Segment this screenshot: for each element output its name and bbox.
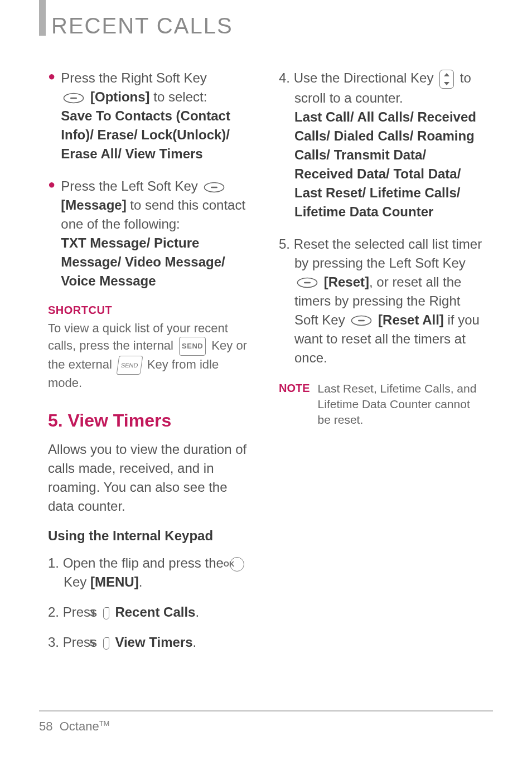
send-key-icon: SEND — [179, 337, 206, 356]
step-1: 1. Open the flip and press the OK Key [M… — [48, 554, 254, 592]
message-line1: Press the Left Soft Key — [61, 178, 201, 193]
message-label: [Message] — [61, 197, 126, 212]
footer-divider — [39, 710, 493, 711]
svg-rect-1 — [70, 97, 77, 99]
right-soft-key-icon — [63, 93, 84, 104]
key-3-icon: 3# — [103, 607, 109, 619]
right-column: 4. Use the Directional Key to scroll to … — [279, 69, 485, 663]
step-3: 3. Press 5% View Timers. — [48, 633, 254, 652]
page-title: RECENT CALLS — [51, 13, 493, 38]
options-label: [Options] — [90, 89, 150, 104]
left-soft-key-icon — [204, 182, 225, 193]
page-footer: 58 OctaneTM — [39, 710, 493, 734]
manual-page: RECENT CALLS ● Press the Right Soft Key … — [0, 0, 532, 765]
options-tail: to select: — [150, 89, 207, 104]
svg-rect-3 — [211, 186, 217, 188]
recent-calls-label: Recent Calls — [115, 604, 195, 619]
section-5-intro: Allows you to view the duration of calls… — [48, 440, 254, 516]
right-soft-key-icon — [351, 315, 372, 326]
step3-c: . — [193, 635, 197, 650]
left-soft-key-icon — [297, 277, 318, 288]
internal-keypad-heading: Using the Internal Keypad — [48, 528, 254, 544]
directional-key-icon — [439, 70, 454, 89]
shortcut-body: To view a quick list of your recent call… — [48, 320, 254, 391]
trademark-symbol: TM — [99, 719, 110, 728]
shortcut-heading: SHORTCUT — [48, 304, 254, 317]
ok-key-icon: OK — [230, 557, 244, 572]
left-column: ● Press the Right Soft Key [Options] to … — [48, 69, 254, 663]
options-line1a: Press the Right Soft Key — [61, 70, 206, 85]
product-name: Octane — [60, 719, 99, 733]
note-label: NOTE — [279, 381, 310, 428]
external-send-key-icon: SEND — [117, 356, 143, 375]
svg-rect-7 — [358, 320, 365, 322]
step1-c: . — [139, 574, 143, 589]
footer-text: 58 OctaneTM — [39, 719, 493, 734]
note-block: NOTE Last Reset, Lifetime Calls, and Lif… — [279, 381, 485, 428]
svg-rect-5 — [304, 282, 311, 284]
step-4: 4. Use the Directional Key to scroll to … — [279, 69, 485, 221]
bullet-options: ● Press the Right Soft Key [Options] to … — [48, 69, 254, 163]
step1-b: Key — [64, 574, 90, 589]
options-list: Save To Contacts (Contact Info)/ Erase/ … — [61, 108, 230, 161]
bullet-dot-icon: ● — [48, 177, 55, 290]
counter-list: Last Call/ All Calls/ Received Calls/ Di… — [294, 109, 476, 219]
bullet-message-text: Press the Left Soft Key [Message] to sen… — [61, 177, 254, 290]
title-accent-bar — [39, 0, 46, 36]
bullet-options-text: Press the Right Soft Key [Options] to se… — [61, 69, 254, 163]
two-column-layout: ● Press the Right Soft Key [Options] to … — [48, 69, 493, 663]
step4-a: 4. Use the Directional Key — [279, 70, 437, 85]
step1-a: 1. Open the flip and press the — [48, 555, 228, 570]
page-number: 58 — [39, 719, 52, 733]
note-body: Last Reset, Lifetime Calls, and Lifetime… — [318, 381, 485, 428]
step-5: 5. Reset the selected call list timer by… — [279, 235, 485, 367]
step5-a: 5. Reset the selected call list timer by… — [279, 236, 482, 270]
step-2: 2. Press 3# Recent Calls. — [48, 603, 254, 622]
message-options: TXT Message/ Picture Message/ Video Mess… — [61, 235, 225, 288]
bullet-message: ● Press the Left Soft Key [Message] to s… — [48, 177, 254, 290]
bullet-dot-icon: ● — [48, 69, 55, 163]
step2-c: . — [195, 604, 199, 619]
reset-all-label: [Reset All] — [378, 312, 444, 327]
reset-label: [Reset] — [324, 274, 369, 289]
view-timers-label: View Timers — [115, 635, 192, 650]
menu-label: [MENU] — [90, 574, 139, 589]
key-5-icon: 5% — [103, 637, 109, 650]
section-5-title: 5. View Timers — [48, 410, 254, 431]
